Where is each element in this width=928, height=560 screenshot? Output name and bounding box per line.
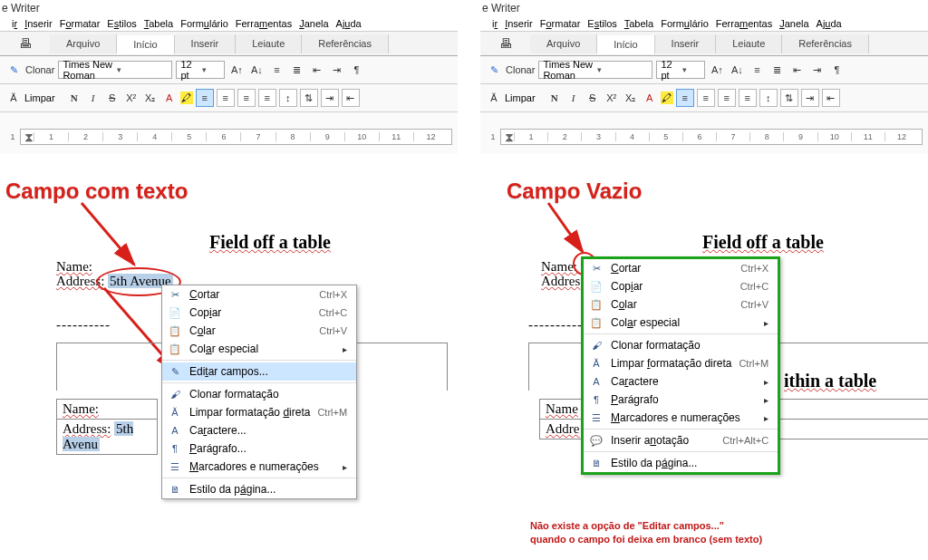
menu-item[interactable]: Ferramentas [713, 18, 775, 29]
superscript-icon[interactable]: X² [604, 90, 620, 106]
subscript-icon[interactable]: X₂ [623, 90, 639, 106]
menu-item[interactable]: Inserir [22, 18, 55, 29]
highlight-icon[interactable]: 🖍 [180, 92, 193, 104]
menu-bar[interactable]: ir Inserir Formatar Estilos Tabela Formu… [480, 16, 928, 32]
menu-item[interactable]: ir [489, 18, 500, 29]
ctx-clone-format[interactable]: 🖌Clonar formatação [584, 336, 778, 354]
align-left-icon[interactable]: ≡ [196, 89, 214, 107]
align-justify-icon[interactable]: ≡ [258, 89, 276, 107]
ctx-clear-format[interactable]: ĂLimpar formatação diretaCtrl+M [162, 403, 356, 421]
spacing-icon[interactable]: ⇅ [300, 89, 318, 107]
paragraph-icon[interactable]: ¶ [348, 62, 364, 78]
font-combo[interactable]: Times New Roman▾ [58, 61, 172, 79]
tab-arquivo[interactable]: Arquivo [530, 34, 597, 53]
font-combo[interactable]: Times New Roman▾ [538, 61, 652, 79]
tab-inicio[interactable]: Início [597, 35, 654, 54]
ctx-paste[interactable]: 📋ColarCtrl+V [584, 295, 778, 314]
ctx-paste[interactable]: 📋ColarCtrl+V [162, 322, 356, 340]
margin-marker-icon[interactable]: ⧗ [505, 130, 514, 145]
italic-button[interactable]: I [566, 90, 582, 106]
indent3-icon[interactable]: ⇤ [822, 89, 840, 107]
font-size-combo[interactable]: 12 pt▾ [656, 61, 705, 79]
tab-leiaute[interactable]: Leiaute [716, 34, 782, 53]
ctx-paste-special[interactable]: 📋Colar especial▸ [162, 340, 356, 358]
clear-icon[interactable]: Ă [5, 90, 22, 106]
tab-inicio[interactable]: Início [117, 35, 174, 54]
grow-font-icon[interactable]: A↑ [228, 62, 245, 78]
superscript-icon[interactable]: X² [123, 90, 140, 106]
tab-leiaute[interactable]: Leiaute [236, 34, 302, 53]
clear-icon[interactable]: Ă [486, 90, 502, 106]
align-center-icon[interactable]: ≡ [217, 89, 235, 107]
ctx-bullets[interactable]: ☰Marcadores e numerações▸ [584, 409, 778, 427]
context-menu[interactable]: ✂CortarCtrl+X 📄CopiarCtrl+C 📋ColarCtrl+V… [581, 256, 780, 475]
context-menu[interactable]: ✂CortarCtrl+X 📄CopiarCtrl+C 📋ColarCtrl+V… [161, 285, 357, 499]
highlight-icon[interactable]: 🖍 [661, 92, 673, 104]
ctx-edit-fields[interactable]: ✎Editar campos... [162, 362, 356, 381]
grow-font-icon[interactable]: A↑ [709, 62, 725, 78]
menu-item[interactable]: Ferramentas [233, 18, 295, 29]
align-right-icon[interactable]: ≡ [718, 89, 736, 107]
clone-icon[interactable]: ✎ [5, 62, 22, 78]
indent3-icon[interactable]: ⇤ [342, 89, 360, 107]
ctx-character[interactable]: ACaractere▸ [584, 372, 778, 391]
align-right-icon[interactable]: ≡ [237, 89, 256, 107]
ctx-character[interactable]: ACaractere... [162, 421, 356, 439]
italic-button[interactable]: I [85, 90, 102, 106]
indent-icon[interactable]: ⇥ [808, 62, 825, 78]
outdent-icon[interactable]: ⇤ [788, 62, 805, 78]
menu-item[interactable]: Janela [296, 18, 331, 29]
ctx-bullets[interactable]: ☰Marcadores e numerações▸ [162, 458, 356, 476]
spacing-icon[interactable]: ⇅ [780, 89, 798, 107]
menu-item[interactable]: Estilos [104, 18, 139, 29]
ctx-page-style[interactable]: 🗎Estilo da página... [584, 454, 778, 472]
underline-strike-button[interactable]: S [585, 90, 601, 106]
ctx-paste-special[interactable]: 📋Colar especial▸ [584, 314, 778, 332]
menu-item[interactable]: Formatar [57, 18, 103, 29]
menu-item[interactable]: Tabela [622, 18, 656, 29]
ctx-paragraph[interactable]: ¶Parágrafo... [162, 439, 356, 458]
menu-item[interactable]: Ajuda [814, 18, 845, 29]
print-icon[interactable]: 🖶 [19, 36, 32, 51]
print-icon[interactable]: 🖶 [499, 36, 512, 51]
ctx-copy[interactable]: 📄CopiarCtrl+C [584, 277, 778, 295]
menu-item[interactable]: Formatar [537, 18, 584, 29]
tab-arquivo[interactable]: Arquivo [50, 34, 117, 53]
margin-marker-icon[interactable]: ⧗ [24, 130, 34, 145]
menu-item[interactable]: Formulário [658, 18, 711, 29]
paragraph-icon[interactable]: ¶ [828, 62, 845, 78]
menu-item[interactable]: Inserir [502, 18, 536, 29]
clone-label[interactable]: Clonar [25, 64, 54, 75]
menu-item[interactable]: Estilos [585, 18, 619, 29]
numbering-icon[interactable]: ≣ [768, 62, 785, 78]
tab-referencias[interactable]: Referências [302, 34, 389, 53]
menu-item[interactable]: ir [9, 18, 20, 29]
menu-item[interactable]: Ajuda [334, 18, 364, 29]
linespacing-icon[interactable]: ↕ [279, 89, 297, 107]
ctx-insert-comment[interactable]: 💬Inserir anotaçãoCtrl+Alt+C [584, 431, 778, 449]
outdent-icon[interactable]: ⇤ [308, 62, 324, 78]
ctx-cut[interactable]: ✂CortarCtrl+X [584, 259, 778, 277]
tab-inserir[interactable]: Inserir [175, 34, 237, 53]
align-left-icon[interactable]: ≡ [676, 89, 694, 107]
ctx-cut[interactable]: ✂CortarCtrl+X [162, 285, 356, 304]
tab-inserir[interactable]: Inserir [655, 34, 717, 53]
bold-button[interactable]: N [546, 90, 563, 106]
align-center-icon[interactable]: ≡ [697, 89, 715, 107]
ctx-page-style[interactable]: 🗎Estilo da página... [162, 480, 356, 498]
indent2-icon[interactable]: ⇥ [321, 89, 339, 107]
clear-label[interactable]: Limpar [24, 92, 55, 103]
ctx-clear-format[interactable]: ĂLimpar formatação diretaCtrl+M [584, 354, 778, 372]
ctx-clone-format[interactable]: 🖌Clonar formatação [162, 385, 356, 403]
clone-label[interactable]: Clonar [506, 64, 535, 75]
shrink-font-icon[interactable]: A↓ [729, 62, 745, 78]
menu-item[interactable]: Formulário [178, 18, 231, 29]
tab-referencias[interactable]: Referências [782, 34, 869, 53]
menu-item[interactable]: Tabela [141, 18, 176, 29]
font-color-icon[interactable]: A [161, 90, 178, 106]
clone-icon[interactable]: ✎ [486, 62, 502, 78]
subscript-icon[interactable]: X₂ [142, 90, 159, 106]
bullets-icon[interactable]: ≡ [268, 62, 285, 78]
linespacing-icon[interactable]: ↕ [759, 89, 778, 107]
font-color-icon[interactable]: A [642, 90, 658, 106]
